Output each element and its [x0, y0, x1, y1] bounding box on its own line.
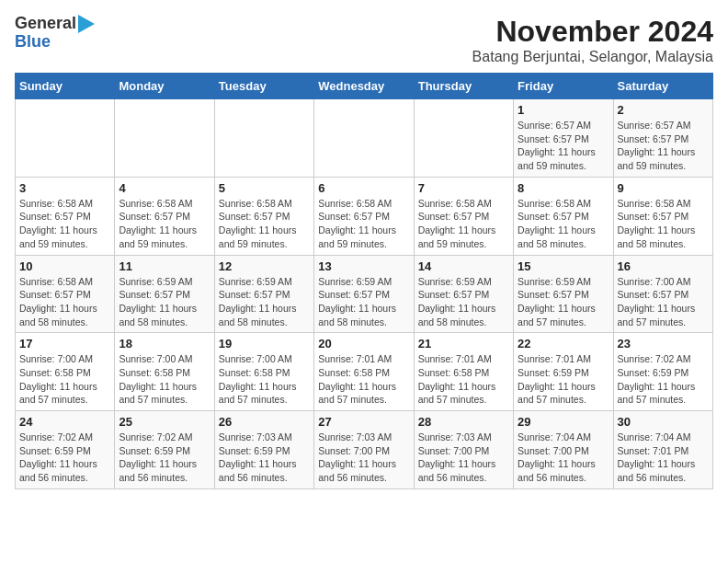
logo-arrow-icon: [78, 15, 95, 33]
day-number: 22: [518, 337, 609, 350]
calendar-cell: 3Sunrise: 6:58 AM Sunset: 6:57 PM Daylig…: [16, 177, 115, 255]
calendar-cell: 24Sunrise: 7:02 AM Sunset: 6:59 PM Dayli…: [16, 411, 115, 489]
calendar-cell: 7Sunrise: 6:58 AM Sunset: 6:57 PM Daylig…: [414, 177, 513, 255]
calendar-cell: 25Sunrise: 7:02 AM Sunset: 6:59 PM Dayli…: [115, 411, 214, 489]
header-cell-tuesday: Tuesday: [214, 74, 313, 99]
calendar-cell: 20Sunrise: 7:01 AM Sunset: 6:58 PM Dayli…: [314, 333, 414, 411]
calendar-week-4: 17Sunrise: 7:00 AM Sunset: 6:58 PM Dayli…: [16, 333, 713, 411]
day-number: 15: [518, 259, 609, 273]
calendar-week-3: 10Sunrise: 6:58 AM Sunset: 6:57 PM Dayli…: [16, 255, 713, 333]
calendar-cell: [16, 99, 115, 178]
calendar-cell: 4Sunrise: 6:58 AM Sunset: 6:57 PM Daylig…: [115, 177, 214, 255]
day-number: 13: [318, 259, 409, 273]
calendar-cell: 11Sunrise: 6:59 AM Sunset: 6:57 PM Dayli…: [115, 255, 214, 333]
calendar-cell: 29Sunrise: 7:04 AM Sunset: 7:00 PM Dayli…: [514, 411, 613, 489]
calendar-cell: 23Sunrise: 7:02 AM Sunset: 6:59 PM Dayli…: [613, 333, 712, 411]
calendar-cell: 14Sunrise: 6:59 AM Sunset: 6:57 PM Dayli…: [414, 255, 513, 333]
calendar-cell: 13Sunrise: 6:59 AM Sunset: 6:57 PM Dayli…: [314, 255, 414, 333]
day-info: Sunrise: 7:00 AM Sunset: 6:57 PM Dayligh…: [618, 275, 709, 329]
day-info: Sunrise: 7:01 AM Sunset: 6:59 PM Dayligh…: [518, 352, 609, 407]
day-info: Sunrise: 7:03 AM Sunset: 6:59 PM Dayligh…: [219, 431, 310, 485]
day-info: Sunrise: 6:59 AM Sunset: 6:57 PM Dayligh…: [318, 275, 409, 329]
calendar-cell: [314, 99, 414, 178]
calendar-cell: 15Sunrise: 6:59 AM Sunset: 6:57 PM Dayli…: [514, 255, 613, 333]
calendar-cell: 26Sunrise: 7:03 AM Sunset: 6:59 PM Dayli…: [214, 411, 313, 489]
day-number: 14: [418, 259, 509, 273]
calendar-table: SundayMondayTuesdayWednesdayThursdayFrid…: [15, 73, 713, 489]
svg-marker-0: [78, 15, 95, 33]
day-number: 21: [418, 337, 509, 350]
header-cell-wednesday: Wednesday: [314, 74, 414, 99]
day-info: Sunrise: 7:03 AM Sunset: 7:00 PM Dayligh…: [318, 431, 409, 485]
day-info: Sunrise: 7:00 AM Sunset: 6:58 PM Dayligh…: [119, 352, 210, 407]
calendar-cell: [115, 99, 214, 178]
calendar-cell: 8Sunrise: 6:58 AM Sunset: 6:57 PM Daylig…: [514, 177, 613, 255]
calendar-header: SundayMondayTuesdayWednesdayThursdayFrid…: [16, 74, 713, 99]
day-number: 8: [518, 181, 609, 195]
day-number: 29: [518, 415, 609, 429]
calendar-week-2: 3Sunrise: 6:58 AM Sunset: 6:57 PM Daylig…: [16, 177, 713, 255]
day-info: Sunrise: 7:00 AM Sunset: 6:58 PM Dayligh…: [219, 352, 310, 407]
logo-blue: Blue: [15, 33, 95, 52]
calendar-cell: [214, 99, 313, 178]
calendar-week-5: 24Sunrise: 7:02 AM Sunset: 6:59 PM Dayli…: [16, 411, 713, 489]
day-info: Sunrise: 6:58 AM Sunset: 6:57 PM Dayligh…: [19, 197, 110, 251]
day-number: 17: [19, 337, 110, 350]
day-number: 26: [219, 415, 310, 429]
day-number: 6: [318, 181, 409, 195]
page-subtitle: Batang Berjuntai, Selangor, Malaysia: [472, 49, 713, 65]
calendar-cell: 17Sunrise: 7:00 AM Sunset: 6:58 PM Dayli…: [16, 333, 115, 411]
day-info: Sunrise: 7:02 AM Sunset: 6:59 PM Dayligh…: [19, 431, 110, 485]
day-info: Sunrise: 7:02 AM Sunset: 6:59 PM Dayligh…: [119, 431, 210, 485]
calendar-cell: 6Sunrise: 6:58 AM Sunset: 6:57 PM Daylig…: [314, 177, 414, 255]
day-number: 1: [518, 103, 609, 117]
day-info: Sunrise: 6:58 AM Sunset: 6:57 PM Dayligh…: [418, 197, 509, 251]
page-header: General Blue November 2024 Batang Berjun…: [15, 15, 713, 65]
calendar-cell: 1Sunrise: 6:57 AM Sunset: 6:57 PM Daylig…: [514, 99, 613, 178]
title-block: November 2024 Batang Berjuntai, Selangor…: [472, 15, 713, 65]
header-cell-friday: Friday: [514, 74, 613, 99]
day-number: 10: [19, 259, 110, 273]
day-number: 16: [618, 259, 709, 273]
day-number: 2: [618, 103, 709, 117]
day-info: Sunrise: 7:04 AM Sunset: 7:01 PM Dayligh…: [618, 431, 709, 485]
calendar-cell: 2Sunrise: 6:57 AM Sunset: 6:57 PM Daylig…: [613, 99, 712, 178]
day-info: Sunrise: 6:58 AM Sunset: 6:57 PM Dayligh…: [219, 197, 310, 251]
calendar-cell: 21Sunrise: 7:01 AM Sunset: 6:58 PM Dayli…: [414, 333, 513, 411]
day-number: 7: [418, 181, 509, 195]
logo-general: General: [15, 15, 76, 33]
day-number: 25: [119, 415, 210, 429]
calendar-cell: [414, 99, 513, 178]
day-number: 19: [219, 337, 310, 350]
day-info: Sunrise: 6:58 AM Sunset: 6:57 PM Dayligh…: [518, 197, 609, 251]
header-cell-saturday: Saturday: [613, 74, 712, 99]
day-number: 5: [219, 181, 310, 195]
calendar-cell: 16Sunrise: 7:00 AM Sunset: 6:57 PM Dayli…: [613, 255, 712, 333]
day-number: 11: [119, 259, 210, 273]
day-number: 4: [119, 181, 210, 195]
day-info: Sunrise: 6:58 AM Sunset: 6:57 PM Dayligh…: [318, 197, 409, 251]
calendar-cell: 19Sunrise: 7:00 AM Sunset: 6:58 PM Dayli…: [214, 333, 313, 411]
header-cell-thursday: Thursday: [414, 74, 513, 99]
calendar-cell: 18Sunrise: 7:00 AM Sunset: 6:58 PM Dayli…: [115, 333, 214, 411]
calendar-cell: 10Sunrise: 6:58 AM Sunset: 6:57 PM Dayli…: [16, 255, 115, 333]
day-info: Sunrise: 7:02 AM Sunset: 6:59 PM Dayligh…: [618, 352, 709, 407]
header-cell-sunday: Sunday: [16, 74, 115, 99]
calendar-cell: 28Sunrise: 7:03 AM Sunset: 7:00 PM Dayli…: [414, 411, 513, 489]
calendar-week-1: 1Sunrise: 6:57 AM Sunset: 6:57 PM Daylig…: [16, 99, 713, 178]
calendar-cell: 5Sunrise: 6:58 AM Sunset: 6:57 PM Daylig…: [214, 177, 313, 255]
calendar-cell: 27Sunrise: 7:03 AM Sunset: 7:00 PM Dayli…: [314, 411, 414, 489]
logo: General Blue: [15, 15, 95, 52]
day-info: Sunrise: 7:01 AM Sunset: 6:58 PM Dayligh…: [318, 352, 409, 407]
day-number: 20: [318, 337, 409, 350]
day-number: 24: [19, 415, 110, 429]
day-info: Sunrise: 6:57 AM Sunset: 6:57 PM Dayligh…: [618, 119, 709, 173]
day-info: Sunrise: 7:04 AM Sunset: 7:00 PM Dayligh…: [518, 431, 609, 485]
day-number: 30: [618, 415, 709, 429]
day-info: Sunrise: 6:59 AM Sunset: 6:57 PM Dayligh…: [219, 275, 310, 329]
day-info: Sunrise: 6:57 AM Sunset: 6:57 PM Dayligh…: [518, 119, 609, 173]
calendar-cell: 30Sunrise: 7:04 AM Sunset: 7:01 PM Dayli…: [613, 411, 712, 489]
header-row: SundayMondayTuesdayWednesdayThursdayFrid…: [16, 74, 713, 99]
header-cell-monday: Monday: [115, 74, 214, 99]
day-number: 23: [618, 337, 709, 350]
